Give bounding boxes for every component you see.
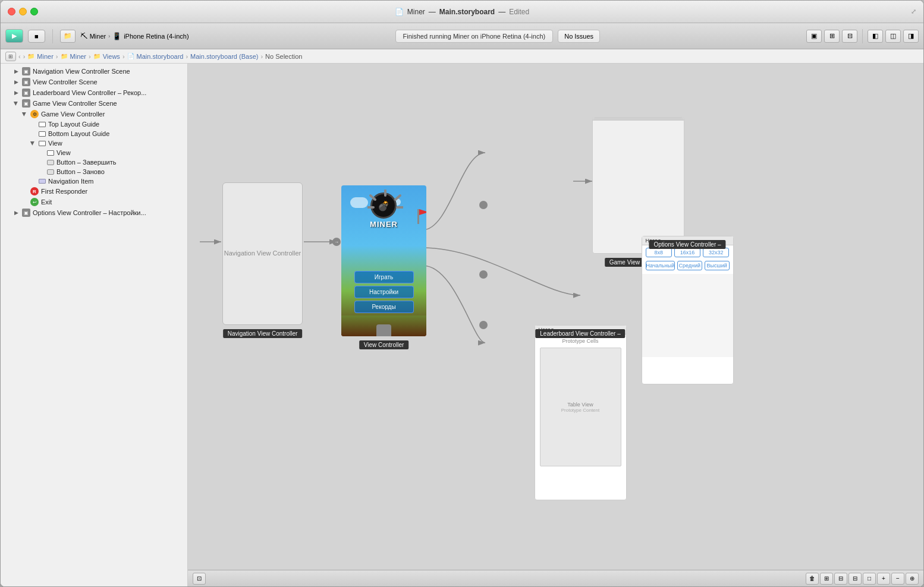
- play-button[interactable]: ▶: [5, 29, 23, 43]
- maximize-button[interactable]: [30, 8, 38, 15]
- zoom-reset-icon[interactable]: −: [891, 573, 904, 585]
- disclosure-game[interactable]: ▶: [12, 100, 20, 107]
- sidebar-item-options-scene[interactable]: ▶ ▣ Options View Controller – Настройки.…: [1, 207, 187, 218]
- cloud-1: [350, 197, 368, 208]
- resize-icon[interactable]: ⤢: [911, 8, 916, 15]
- nav-item-icon: [39, 179, 46, 184]
- disclosure-vc[interactable]: ▶: [12, 78, 20, 86]
- canvas-bottom-right: 🗑 ⊞ ⊟ ⊟ □ + − ⊕: [806, 573, 919, 585]
- status-pill: Finished running Miner on iPhone Retina …: [395, 30, 554, 43]
- game-vc-small-box[interactable]: [592, 117, 684, 254]
- nav-vc-label: Navigation View Controller: [223, 329, 303, 338]
- svg-text:→: →: [334, 239, 339, 245]
- sidebar-item-first-responder[interactable]: R First Responder: [1, 186, 187, 197]
- utilities-toggle[interactable]: ◨: [903, 30, 919, 43]
- toolbar-separator-2: [862, 29, 863, 43]
- options-hard[interactable]: Высший: [705, 261, 730, 270]
- breadcrumb-grid-icon[interactable]: ⊞: [5, 52, 16, 61]
- disclosure-lb[interactable]: ▶: [12, 89, 20, 96]
- toolbar-separator-1: [52, 29, 53, 43]
- nav-vc-scene-label: Navigation View Controller Scene: [33, 68, 130, 75]
- breadcrumb-item-3[interactable]: Views: [103, 53, 120, 60]
- view-child-icon: [47, 150, 54, 156]
- navigator-toggle[interactable]: ◧: [868, 30, 883, 43]
- lb-table-view: Table View Prototype Content: [540, 348, 621, 466]
- breadcrumb-item-4[interactable]: Main.storyboard: [137, 53, 184, 60]
- options-mid[interactable]: Средний: [677, 261, 702, 270]
- storyboard-canvas[interactable]: →: [188, 64, 923, 586]
- sidebar-item-view-child[interactable]: View: [1, 148, 187, 157]
- delete-icon[interactable]: 🗑: [806, 573, 819, 585]
- sidebar-item-view-parent[interactable]: ▶ View: [1, 138, 187, 148]
- game-ground: [341, 315, 426, 336]
- sidebar-item-btn-finish[interactable]: Button – Завершить: [1, 157, 187, 167]
- game-vc-small-wrapper: Game View Controller: [592, 117, 684, 254]
- debug-toggle[interactable]: ◫: [885, 30, 901, 43]
- options-32x32[interactable]: 32x32: [703, 248, 729, 257]
- btn-play[interactable]: Играть: [354, 271, 414, 283]
- sidebar-item-top-layout[interactable]: Top Layout Guide: [1, 119, 187, 129]
- nav-vc-box[interactable]: Navigation View Controller: [222, 182, 303, 325]
- breadcrumb-item-1[interactable]: Miner: [37, 53, 54, 60]
- align-left-icon[interactable]: ⊞: [820, 573, 833, 585]
- project-nav-icon[interactable]: 📁: [60, 30, 76, 43]
- responder-label: First Responder: [41, 188, 87, 195]
- nav-vc-wrapper: Navigation View Controller Navigation Vi…: [222, 182, 303, 325]
- sidebar-item-lb-scene[interactable]: ▶ ▣ Leaderboard View Controller – Рекор.…: [1, 87, 187, 98]
- sidebar-item-vc-scene[interactable]: ▶ ▣ View Controller Scene: [1, 77, 187, 87]
- close-button[interactable]: [8, 8, 15, 15]
- options-vc-box[interactable]: Назад 8x8 16x16 32x32 Начальный Средний …: [642, 236, 734, 384]
- sidebar-item-exit[interactable]: ↩ Exit: [1, 197, 187, 207]
- zoom-in-icon[interactable]: +: [877, 573, 890, 585]
- svg-point-6: [479, 321, 488, 329]
- editor-version-icon[interactable]: ⊟: [842, 30, 857, 43]
- responder-icon: R: [30, 187, 39, 195]
- options-easy[interactable]: Начальный: [646, 261, 675, 270]
- issues-badge: No Issues: [558, 30, 600, 43]
- nav-vc-text: Navigation View Controller: [224, 249, 301, 258]
- miner-circle: 💣: [370, 192, 397, 219]
- game-sky: 💣 MINER: [341, 185, 426, 269]
- sidebar-item-game-vc[interactable]: ▶ ⚙ Game View Controller: [1, 109, 187, 119]
- view-parent-icon: [39, 141, 46, 146]
- options-16x16[interactable]: 16x16: [674, 248, 700, 257]
- editor-standard-icon[interactable]: ▣: [806, 30, 822, 43]
- align-v-icon[interactable]: ⊟: [848, 573, 862, 585]
- game-vc-box[interactable]: 💣 MINER: [341, 185, 426, 336]
- stop-button[interactable]: ■: [28, 30, 45, 43]
- lb-vc-box[interactable]: Назад Prototype Cells Table View Prototy…: [535, 325, 627, 500]
- btn-settings[interactable]: Настройки: [354, 286, 414, 298]
- options-8x8[interactable]: 8x8: [646, 248, 672, 257]
- red-flag: [417, 209, 419, 224]
- editor-assistant-icon[interactable]: ⊞: [824, 30, 840, 43]
- svg-line-13: [370, 195, 375, 200]
- disclosure-game-vc[interactable]: ▶: [21, 111, 28, 118]
- scheme-selector[interactable]: ⛏ Miner › 📱 iPhone Retina (4-inch): [80, 32, 189, 40]
- disclosure-view[interactable]: ▶: [29, 140, 36, 147]
- main-toolbar: ▶ ■ 📁 ⛏ Miner › 📱 iPhone Retina (4-inch)…: [1, 23, 923, 49]
- minimize-button[interactable]: [19, 8, 27, 15]
- bottom-layout-label: Bottom Layout Guide: [48, 130, 109, 137]
- breadcrumb-item-5[interactable]: Main.storyboard (Base): [190, 53, 258, 60]
- disclosure-options[interactable]: ▶: [12, 209, 20, 216]
- fit-page-button[interactable]: ⊡: [193, 573, 206, 585]
- flag-pole: [417, 209, 419, 224]
- svg-point-4: [479, 201, 488, 209]
- sidebar-item-bottom-layout[interactable]: Bottom Layout Guide: [1, 129, 187, 138]
- game-buttons-area: Играть Настройки Рекорды: [341, 269, 426, 315]
- btn-records[interactable]: Рекорды: [354, 301, 414, 313]
- toolbar-center: Finished running Miner on iPhone Retina …: [194, 30, 802, 43]
- disclosure-nav-vc[interactable]: ▶: [12, 68, 20, 75]
- breadcrumb-item-2[interactable]: Miner: [70, 53, 87, 60]
- sidebar-item-game-scene[interactable]: ▶ ▣ Game View Controller Scene: [1, 98, 187, 109]
- top-layout-icon: [39, 122, 46, 127]
- top-layout-label: Top Layout Guide: [48, 121, 99, 128]
- embed-icon[interactable]: □: [863, 573, 876, 585]
- align-h-icon[interactable]: ⊟: [834, 573, 847, 585]
- sidebar-item-btn-restart[interactable]: Button – Заново: [1, 167, 187, 176]
- sidebar-item-nav-vc-scene[interactable]: ▶ ▣ Navigation View Controller Scene: [1, 66, 187, 77]
- sidebar-item-nav-item[interactable]: Navigation Item: [1, 176, 187, 186]
- zoom-out-icon[interactable]: ⊕: [906, 573, 919, 585]
- exit-label: Exit: [41, 198, 52, 206]
- miner-logo-area: 💣 MINER: [370, 192, 398, 229]
